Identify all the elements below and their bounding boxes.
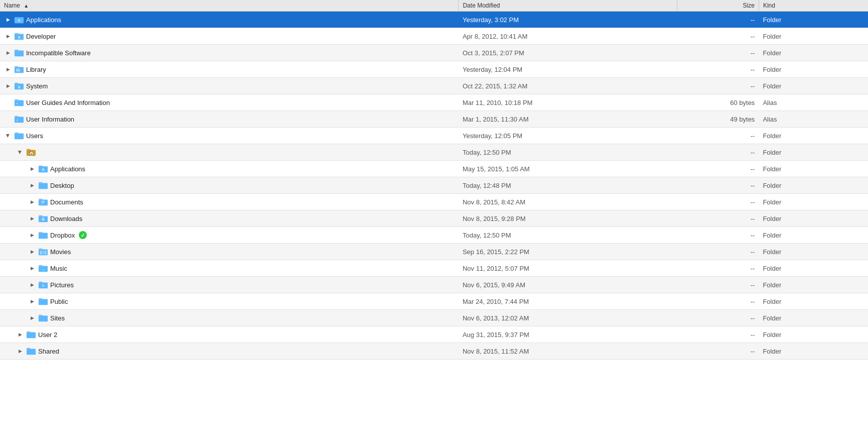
table-row[interactable]: ▶SitesNov 6, 2013, 12:02 AM--Folder (0, 310, 868, 326)
item-name: User Information (26, 116, 74, 123)
disclosure-triangle[interactable]: ▶ (28, 297, 36, 305)
cell-size: -- (677, 277, 759, 293)
cell-date: Yesterday, 12:05 PM (459, 128, 677, 144)
table-row[interactable]: ▶MoviesSep 16, 2015, 2:22 PM--Folder (0, 244, 868, 260)
svg-rect-12 (15, 100, 24, 106)
disclosure-triangle[interactable]: ▶ (4, 49, 12, 57)
cell-size: 49 bytes (677, 111, 759, 128)
table-row[interactable]: ▶🏠Today, 12:50 PM--Folder (0, 144, 868, 161)
disclosure-triangle[interactable]: ▶ (4, 16, 12, 24)
folder-icon: A (14, 15, 24, 25)
cell-date: Yesterday, 3:02 PM (459, 12, 677, 28)
table-row[interactable]: ▶XDeveloperApr 8, 2012, 10:41 AM--Folder (0, 28, 868, 45)
cell-name: ▶Library (0, 61, 459, 78)
cell-date: Oct 3, 2015, 2:07 PM (459, 45, 677, 61)
disclosure-triangle[interactable]: ▶ (28, 165, 36, 173)
col-header-kind[interactable]: Kind (759, 0, 868, 12)
col-header-date[interactable]: Date Modified (459, 0, 677, 12)
cell-name: ▶AApplications (0, 12, 459, 28)
disclosure-triangle[interactable]: ▶ (16, 347, 24, 355)
col-header-name[interactable]: Name ▲ (0, 0, 459, 12)
cell-kind: Folder (759, 326, 868, 343)
disclosure-triangle[interactable]: ▶ (28, 231, 36, 239)
folder-icon (38, 296, 48, 306)
disclosure-triangle[interactable]: ▶ (28, 314, 36, 322)
cell-size: -- (677, 293, 759, 310)
folder-icon: X (14, 31, 24, 41)
disclosure-triangle[interactable]: ▶ (28, 181, 36, 189)
cell-name: ▶Movies (0, 244, 459, 260)
table-row[interactable]: ▶User 2Aug 31, 2015, 9:37 PM--Folder (0, 326, 868, 343)
cell-size: -- (677, 194, 759, 210)
table-row[interactable]: ▶SharedNov 8, 2015, 11:52 AM--Folder (0, 343, 868, 360)
svg-rect-9 (19, 69, 20, 72)
item-name: Applications (26, 16, 61, 24)
item-name: System (26, 82, 48, 90)
cell-name: ▶User Guides And Information (0, 94, 459, 111)
cell-kind: Alias (759, 111, 868, 128)
svg-rect-36 (27, 332, 36, 338)
cell-kind: Folder (759, 210, 868, 227)
cell-size: -- (677, 144, 759, 161)
svg-rect-37 (27, 349, 36, 355)
dropbox-sync-badge: ✓ (79, 231, 87, 239)
col-header-size[interactable]: Size (677, 0, 759, 12)
disclosure-triangle[interactable]: ▶ (28, 281, 36, 289)
svg-rect-13 (15, 117, 24, 123)
item-name: User 2 (38, 331, 57, 339)
table-row[interactable]: ▶♪MusicNov 11, 2012, 5:07 PM--Folder (0, 260, 868, 277)
folder-icon (14, 114, 24, 124)
disclosure-triangle[interactable]: ▶ (4, 132, 12, 140)
table-row[interactable]: ▶PublicMar 24, 2010, 7:44 PM--Folder (0, 293, 868, 310)
cell-name: ▶Sites (0, 310, 459, 326)
table-row[interactable]: ▶LibraryYesterday, 12:04 PM--Folder (0, 61, 868, 78)
folder-icon (38, 180, 48, 190)
cell-name: ▶Public (0, 293, 459, 310)
table-row[interactable]: ▶DownloadsNov 8, 2015, 9:28 PM--Folder (0, 210, 868, 227)
svg-rect-25 (39, 233, 48, 239)
disclosure-triangle[interactable]: ▶ (4, 82, 12, 90)
item-name: Desktop (50, 182, 74, 189)
table-row[interactable]: ▶DesktopToday, 12:48 PM--Folder (0, 177, 868, 194)
cell-date: Nov 8, 2015, 9:28 PM (459, 210, 677, 227)
cell-size: -- (677, 343, 759, 360)
cell-name: ▶Desktop (0, 177, 459, 194)
table-row[interactable]: ▶AApplicationsMay 15, 2015, 1:05 AM--Fol… (0, 161, 868, 177)
table-row[interactable]: ▶XSystemOct 22, 2015, 1:32 AM--Folder (0, 78, 868, 94)
disclosure-triangle[interactable]: ▶ (28, 198, 36, 206)
table-row[interactable]: ▶DocumentsNov 8, 2015, 8:42 AM--Folder (0, 194, 868, 210)
disclosure-triangle[interactable]: ▶ (28, 264, 36, 272)
folder-icon (38, 230, 48, 240)
disclosure-triangle[interactable]: ▶ (28, 248, 36, 256)
disclosure-triangle[interactable]: ▶ (16, 148, 24, 156)
table-row[interactable]: ▶Incompatible SoftwareOct 3, 2015, 2:07 … (0, 45, 868, 61)
table-row[interactable]: ▶User Guides And InformationMar 11, 2010… (0, 94, 868, 111)
cell-date: Apr 8, 2012, 10:41 AM (459, 28, 677, 45)
cell-name: ▶Downloads (0, 210, 459, 227)
svg-text:A: A (18, 19, 21, 22)
cell-date: Mar 24, 2010, 7:44 PM (459, 293, 677, 310)
item-name: Movies (50, 248, 71, 256)
table-row[interactable]: ▶Dropbox✓Today, 12:50 PM--Folder (0, 227, 868, 244)
table-row[interactable]: ▶UsersYesterday, 12:05 PM--Folder (0, 128, 868, 144)
disclosure-triangle[interactable]: ▶ (28, 214, 36, 222)
item-name: Pictures (50, 281, 74, 289)
cell-date: Nov 8, 2015, 8:42 AM (459, 194, 677, 210)
item-name: User Guides And Information (26, 99, 110, 106)
cell-kind: Folder (759, 144, 868, 161)
table-row[interactable]: ▶AApplicationsYesterday, 3:02 PM--Folder (0, 12, 868, 28)
cell-kind: Alias (759, 94, 868, 111)
cell-date: Today, 12:48 PM (459, 177, 677, 194)
disclosure-triangle[interactable]: ▶ (4, 65, 12, 73)
svg-text:X: X (18, 36, 21, 39)
cell-date: Nov 11, 2012, 5:07 PM (459, 260, 677, 277)
disclosure-triangle[interactable]: ▶ (4, 32, 12, 40)
cell-date: Nov 6, 2015, 9:49 AM (459, 277, 677, 293)
table-row[interactable]: ▶PicturesNov 6, 2015, 9:49 AM--Folder (0, 277, 868, 293)
cell-size: -- (677, 45, 759, 61)
table-row[interactable]: ▶User InformationMar 1, 2015, 11:30 AM49… (0, 111, 868, 128)
cell-name: ▶AApplications (0, 161, 459, 177)
disclosure-triangle[interactable]: ▶ (16, 330, 24, 339)
cell-date: Aug 31, 2015, 9:37 PM (459, 326, 677, 343)
svg-text:X: X (18, 85, 21, 89)
